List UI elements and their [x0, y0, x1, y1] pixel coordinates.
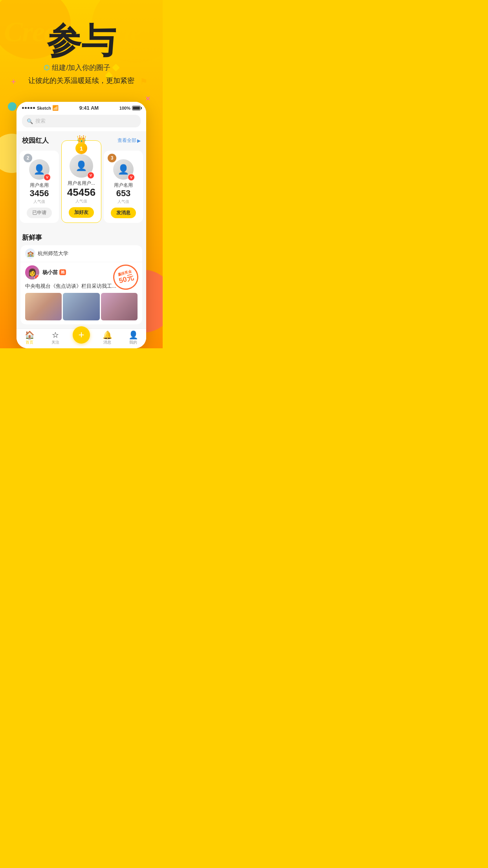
deco-x-right: ✕ [145, 94, 151, 103]
post-image-1 [25, 293, 62, 320]
search-bar[interactable]: 🔍 搜索 [22, 115, 141, 127]
battery-text: 100% [119, 106, 130, 110]
card-name-2: 用户名用 [23, 182, 56, 189]
post-avatar: 👩 V [25, 265, 39, 280]
card-btn-message[interactable]: 发消息 [111, 208, 136, 218]
card-btn-applied[interactable]: 已申请 [27, 208, 52, 218]
avatar-wrap-3: 👤 V [113, 159, 134, 180]
school-name: 杭州师范大学 [38, 250, 68, 257]
card-btn-add-friend[interactable]: 加好友 [69, 207, 94, 218]
hero-subtitle: 组建/加入你的圈子 [52, 63, 110, 72]
hero-diamond-deco [112, 64, 120, 72]
crown-icon: 👑 [77, 134, 86, 144]
status-left: Sketch 📶 [22, 105, 59, 111]
home-icon: 🏠 [25, 331, 35, 339]
tab-home[interactable]: 🏠 首页 [17, 331, 42, 345]
plus-circle: + [73, 326, 90, 344]
avatar-wrap-1: 👤 V [70, 154, 93, 178]
leaderboard-card-rank3: 3 👤 V 用户名用 653 人气值 发消息 [104, 151, 143, 223]
messages-icon: 🔔 [103, 331, 112, 339]
tab-bar: 🏠 首页 ☆ 关注 + 🔔 消息 👤 我的 [17, 328, 146, 348]
status-right: 100% [119, 106, 141, 110]
fresh-post: 👩 V 杨小苗 她 ··· [20, 262, 142, 324]
card-name-1: 用户名用户... [65, 180, 98, 187]
phone-mockup: Sketch 📶 9:41 AM 100% 🔍 搜索 校园红人 [17, 102, 146, 348]
tab-profile[interactable]: 👤 我的 [120, 331, 146, 345]
phone-content: 校园红人 查看全部 ▶ 2 👤 V 用户名用 3456 人气值 [17, 131, 146, 348]
card-score-1: 45456 [67, 187, 95, 198]
tab-follow-label: 关注 [51, 340, 59, 345]
tab-follow[interactable]: ☆ 关注 [42, 331, 68, 345]
leaderboard-card-rank2: 2 👤 V 用户名用 3456 人气值 已申请 [20, 151, 59, 223]
status-time: 9:41 AM [79, 105, 99, 111]
hero-main-title: 参与 [8, 24, 155, 58]
search-bar-wrap: 🔍 搜索 [17, 112, 146, 131]
post-tag: 她 [59, 269, 66, 275]
wifi-icon: 📶 [52, 105, 59, 111]
leaderboard-card-rank1: 👑 1 👤 V 用户名用户... 45456 人气值 加好友 [61, 140, 101, 223]
chevron-right-icon: ▶ [137, 138, 141, 143]
post-image-2 [63, 293, 99, 320]
hero-section: 参与 组建/加入你的圈子 让彼此的关系温暖延续，更加紧密 [0, 0, 163, 94]
search-icon: 🔍 [27, 118, 33, 124]
v-badge-2: V [44, 174, 51, 181]
card-score-2: 3456 [30, 189, 49, 198]
avatar-wrap-2: 👤 V [29, 159, 50, 180]
status-bar: Sketch 📶 9:41 AM 100% [17, 102, 146, 112]
card-label-2: 人气值 [33, 199, 45, 204]
leaderboard-wrap: 2 👤 V 用户名用 3456 人气值 已申请 👑 1 👤 [17, 148, 146, 228]
tab-messages-label: 消息 [103, 340, 111, 345]
campus-section-title: 校园红人 [22, 136, 49, 145]
fresh-section-title: 新鲜事 [17, 230, 146, 245]
post-images [20, 293, 142, 324]
card-name-3: 用户名用 [107, 182, 140, 189]
search-placeholder-text: 搜索 [35, 118, 46, 125]
battery-icon [132, 106, 141, 110]
v-badge-1: V [87, 172, 94, 179]
post-v-badge: V [35, 275, 39, 280]
tab-profile-label: 我的 [129, 340, 137, 345]
hero-subtitle-row: 组建/加入你的圈子 [8, 63, 155, 72]
carrier-label: Sketch [37, 106, 51, 110]
card-label-1: 人气值 [75, 199, 87, 204]
post-image-3 [101, 293, 138, 320]
fresh-card: 🏫 杭州师范大学 👩 V 杨小苗 她 [20, 245, 142, 324]
outer-wrapper: Create circle + ✕ ⚑ 参与 组建/加入你的圈子 让彼此的关系温… [0, 0, 163, 348]
tab-plus-button[interactable]: + [68, 331, 94, 345]
tab-home-label: 首页 [26, 340, 33, 345]
card-label-3: 人气值 [117, 199, 129, 204]
follow-icon: ☆ [52, 331, 59, 339]
hero-desc: 让彼此的关系温暖延续，更加紧密 [8, 75, 155, 86]
school-logo: 🏫 [25, 248, 35, 259]
status-signal-dots [22, 107, 35, 109]
rank-badge-1: 1 [75, 142, 87, 154]
fresh-section: 新鲜事 🏫 杭州师范大学 👩 V [17, 228, 146, 324]
v-badge-3: V [128, 174, 135, 181]
blob-teal [8, 102, 17, 111]
profile-icon: 👤 [128, 331, 138, 339]
card-score-3: 653 [116, 189, 131, 198]
fresh-school-tag: 🏫 杭州师范大学 [20, 245, 142, 262]
tab-messages[interactable]: 🔔 消息 [94, 331, 120, 345]
campus-section-more[interactable]: 查看全部 ▶ [117, 137, 141, 144]
hero-circle-deco [44, 65, 50, 70]
